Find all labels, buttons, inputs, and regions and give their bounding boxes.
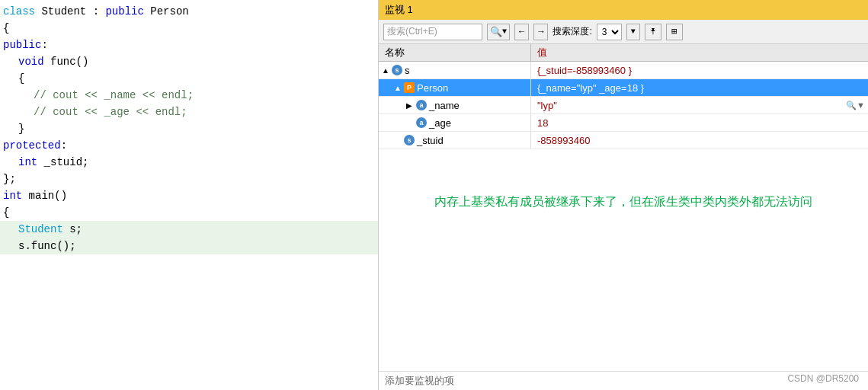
name-value: "lyp" — [537, 100, 557, 111]
code-line-1: class Student : public Person — [0, 3, 378, 20]
debug-toolbar: 搜索(Ctrl+E) 🔍 ▼ ← → 搜索深度: 3 1 2 4 5 ▼ 🖈 ⊞ — [379, 20, 868, 44]
age-icon: a — [416, 117, 427, 128]
debug-row-person[interactable]: ▲ P Person {_name="lyp" _age=18 } — [379, 79, 868, 97]
main-container: class Student : public Person { public: … — [0, 0, 868, 390]
s-icon: s — [392, 65, 402, 75]
code-line-4: void func() — [0, 53, 378, 70]
code-line-12: int main() — [0, 187, 378, 204]
code-line-2: { — [0, 20, 378, 37]
expand-name-icon[interactable]: ▶ — [406, 101, 414, 110]
s-label: s — [405, 65, 410, 76]
debug-table-body: ▲ s s {_stuid=-858993460 } ▲ P Person {_… — [379, 62, 868, 371]
stuid-icon: s — [404, 135, 415, 145]
name-label: _name — [429, 100, 460, 111]
parent-class: Person — [144, 3, 189, 20]
toolbar-grid-icon[interactable]: ⊞ — [666, 24, 683, 40]
colon: : — [93, 3, 106, 20]
depth-select[interactable]: 3 1 2 4 5 — [597, 24, 622, 40]
person-icon: P — [404, 82, 415, 93]
col-name-name: ▶ a _name — [379, 97, 531, 113]
expand-s-icon[interactable]: ▲ — [382, 66, 389, 75]
code-line-13: { — [0, 204, 378, 221]
search-box[interactable]: 搜索(Ctrl+E) — [383, 24, 482, 40]
col-value-person: {_name="lyp" _age=18 } — [531, 81, 868, 95]
col-name-age: a _age — [379, 114, 531, 131]
age-value: 18 — [537, 117, 548, 129]
search-placeholder: 搜索(Ctrl+E) — [387, 25, 437, 38]
stuid-value: -858993460 — [537, 135, 590, 146]
keyword-class: class — [3, 3, 41, 20]
debug-title-bar: 监视 1 — [379, 0, 868, 20]
debug-panel-title: 监视 1 — [385, 3, 413, 17]
header-name: 名称 — [379, 44, 531, 61]
dropdown-arrow-icon: ▼ — [502, 27, 507, 36]
search-icon-btn[interactable]: 🔍 ▼ — [487, 24, 510, 40]
back-button[interactable]: ← — [514, 24, 529, 40]
col-name-stuid: s _stuid — [379, 132, 531, 149]
debug-row-stuid[interactable]: s _stuid -858993460 — [379, 132, 868, 149]
code-line-15: s.func(); — [0, 238, 378, 254]
header-value: 值 — [531, 44, 868, 61]
keyword-public: public — [105, 3, 143, 20]
name-icon: a — [416, 100, 427, 110]
code-line-10: int _stuid; — [0, 154, 378, 171]
toolbar-pin-icon[interactable]: 🖈 — [645, 24, 661, 40]
code-line-5: { — [0, 70, 378, 87]
col-name-person: ▲ P Person — [379, 79, 531, 96]
debug-row-s[interactable]: ▲ s s {_stuid=-858993460 } — [379, 62, 868, 79]
search-icon: 🔍 — [490, 26, 502, 38]
debug-row-age[interactable]: a _age 18 — [379, 114, 868, 132]
age-label: _age — [429, 117, 451, 129]
code-line-8: } — [0, 120, 378, 137]
debug-panel: 监视 1 搜索(Ctrl+E) 🔍 ▼ ← → 搜索深度: 3 1 2 4 5 … — [379, 0, 868, 390]
code-line-7: // cout << _age << endl; — [0, 104, 378, 120]
col-name-s: ▲ s s — [379, 62, 531, 78]
csdn-watermark: CSDN @DR5200 — [787, 373, 859, 384]
debug-table-header: 名称 值 — [379, 44, 868, 62]
add-watch-label: 添加要监视的项 — [385, 375, 454, 386]
name-search-icon[interactable]: 🔍▼ — [846, 101, 865, 110]
depth-dropdown-btn[interactable]: ▼ — [626, 24, 640, 40]
person-value: {_name="lyp" _age=18 } — [537, 82, 644, 94]
person-label: Person — [417, 82, 448, 94]
col-value-name: "lyp" 🔍▼ — [531, 98, 868, 113]
code-line-3: public: — [0, 37, 378, 53]
depth-label: 搜索深度: — [553, 25, 591, 38]
code-line-11: }; — [0, 171, 378, 187]
code-line-6: // cout << _name << endl; — [0, 87, 378, 104]
col-value-stuid: -858993460 — [531, 133, 868, 148]
stuid-label: _stuid — [417, 135, 444, 146]
col-value-age: 18 — [531, 116, 868, 130]
s-value: {_stuid=-858993460 } — [537, 65, 632, 76]
forward-button[interactable]: → — [533, 24, 548, 40]
code-line-9: protected: — [0, 137, 378, 154]
class-name: Student — [41, 3, 92, 20]
code-panel: class Student : public Person { public: … — [0, 0, 379, 390]
col-value-s: {_stuid=-858993460 } — [531, 63, 868, 78]
debug-row-name[interactable]: ▶ a _name "lyp" 🔍▼ — [379, 97, 868, 114]
code-line-14: Student s; — [0, 221, 378, 238]
expand-person-icon[interactable]: ▲ — [394, 84, 402, 92]
